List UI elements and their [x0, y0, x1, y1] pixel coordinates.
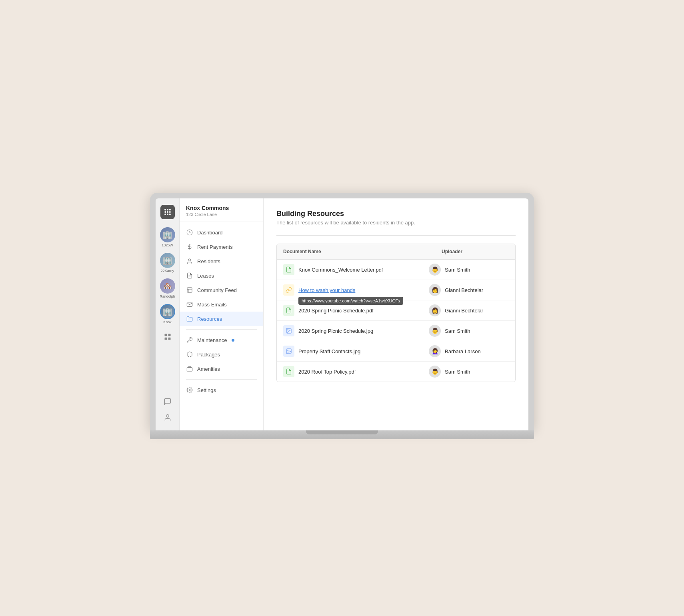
avatar-sam-1: 👨 [429, 264, 441, 276]
url-tooltip: https://www.youtube.com/watch?v=seA1wbXU… [298, 297, 403, 305]
building-label-randolph: Randolph [160, 294, 175, 298]
svg-rect-10 [168, 334, 170, 336]
building-item-22karey[interactable]: 22Karey [156, 251, 179, 274]
resources-table: Document Name Uploader Kn [276, 244, 516, 382]
file-green-icon-3 [283, 305, 294, 316]
doc-name-6: 2020 Roof Top Policy.pdf [298, 369, 356, 375]
svg-rect-18 [187, 288, 192, 292]
svg-point-2 [169, 209, 170, 210]
avatar-gianni-2: 👩 [429, 304, 441, 316]
nav-item-maintenance[interactable]: Maintenance [180, 333, 263, 347]
svg-point-0 [164, 209, 166, 210]
nav-divider-1 [186, 329, 257, 330]
table-header: Document Name Uploader [277, 244, 515, 260]
property-header: Knox Commons 123 Circle Lane [180, 198, 263, 222]
nav-item-rent-payments[interactable]: Rent Payments [180, 240, 263, 254]
uploader-name-6: Sam Smith [445, 369, 470, 375]
nav-item-mass-emails[interactable]: Mass Emails [180, 297, 263, 312]
svg-point-22 [189, 389, 190, 391]
svg-point-26 [288, 350, 288, 351]
user-profile-button[interactable] [161, 411, 174, 424]
nav-label-leases: Leases [197, 273, 214, 279]
building-item-knox[interactable]: Knox [156, 302, 179, 326]
pdf-icon [286, 266, 292, 273]
svg-point-3 [164, 211, 166, 213]
nav-item-resources[interactable]: Resources [180, 312, 263, 326]
grid-dots-icon [164, 208, 172, 216]
svg-point-4 [166, 211, 168, 213]
svg-point-15 [188, 259, 190, 261]
doc-cell-4: 2020 Spring Picnic Schedule.jpg [283, 325, 429, 336]
nav-divider-2 [186, 379, 257, 380]
building-label-22karey: 22Karey [161, 269, 174, 273]
image-icon-4 [286, 328, 292, 334]
table-row: 2020 Spring Picnic Schedule.jpg 👨 Sam Sm… [277, 321, 515, 341]
tooltip-container: How to wash your hands https://www.youtu… [298, 286, 355, 294]
nav-sidebar: Knox Commons 123 Circle Lane Dashboard [180, 198, 264, 430]
page-title: Building Resources [276, 210, 516, 218]
page-subtitle: The list of resources will be available … [276, 220, 516, 226]
image-blue-icon-4 [283, 325, 294, 336]
svg-rect-11 [164, 338, 167, 340]
doc-name-5: Property Staff Contacts.jpg [298, 348, 360, 354]
uploader-name-5: Barbara Larson [445, 348, 481, 354]
building-item-randolph[interactable]: Randolph [156, 277, 179, 300]
nav-item-settings[interactable]: Settings [180, 383, 263, 397]
nav-item-residents[interactable]: Residents [180, 254, 263, 268]
icon-sidebar: 1325W 22Karey Randolph Knox [156, 198, 180, 430]
svg-point-5 [169, 211, 170, 213]
table-row: 2020 Roof Top Policy.pdf 👨 Sam Smith [277, 362, 515, 382]
doc-cell-6: 2020 Roof Top Policy.pdf [283, 366, 429, 377]
laptop-container: 1325W 22Karey Randolph Knox [150, 193, 534, 439]
dashboard-icon [186, 229, 193, 236]
nav-item-dashboard[interactable]: Dashboard [180, 225, 263, 240]
avatar-sam-3: 👨 [429, 366, 441, 378]
resources-icon [186, 315, 193, 322]
link-icon [286, 287, 292, 293]
svg-rect-9 [164, 334, 167, 336]
link-yellow-icon [283, 284, 294, 296]
page-divider [276, 235, 516, 236]
svg-point-1 [166, 209, 168, 210]
nav-label-rent-payments: Rent Payments [197, 244, 233, 250]
nav-label-maintenance: Maintenance [197, 337, 227, 343]
nav-label-packages: Packages [197, 352, 220, 358]
screen: 1325W 22Karey Randolph Knox [156, 198, 528, 430]
uploader-cell-1: 👨 Sam Smith [429, 264, 509, 276]
doc-link-2[interactable]: How to wash your hands [298, 287, 355, 293]
table-row: Property Staff Contacts.jpg 👩‍🦱 Barbara … [277, 341, 515, 362]
uploader-cell-3: 👩 Gianni Bechtelar [429, 304, 509, 316]
image-blue-icon-5 [283, 346, 294, 357]
nav-menu: Dashboard Rent Payments [180, 222, 263, 430]
main-content: Building Resources The list of resources… [264, 198, 528, 430]
uploader-name-4: Sam Smith [445, 328, 470, 334]
nav-item-amenities[interactable]: Amenities [180, 362, 263, 376]
nav-item-packages[interactable]: Packages [180, 347, 263, 362]
nav-item-leases[interactable]: Leases [180, 268, 263, 283]
svg-point-8 [169, 214, 170, 215]
uploader-name-3: Gianni Bechtelar [445, 308, 483, 314]
building-label-knox: Knox [163, 320, 172, 324]
building-item-1325w[interactable]: 1325W [156, 226, 179, 249]
file-green-icon-6 [283, 366, 294, 377]
amenities-icon [186, 365, 193, 372]
col-header-doc-name: Document Name [277, 244, 435, 259]
all-buildings-grid-button[interactable] [160, 330, 175, 344]
nav-item-community-feed[interactable]: Community Feed [180, 283, 263, 297]
svg-point-7 [166, 214, 168, 215]
pdf-icon-6 [286, 368, 292, 375]
community-feed-icon [186, 286, 193, 294]
doc-name-3: 2020 Spring Picnic Schedule.pdf [298, 308, 374, 314]
chat-button[interactable] [161, 395, 174, 408]
chat-icon [164, 398, 172, 406]
avatar-sam-2: 👨 [429, 325, 441, 337]
leases-icon [186, 272, 193, 279]
svg-point-13 [166, 415, 169, 418]
nav-label-residents: Residents [197, 258, 220, 264]
col-header-uploader: Uploader [435, 244, 515, 259]
nav-label-amenities: Amenities [197, 366, 220, 372]
settings-icon [186, 386, 193, 394]
app-logo[interactable] [160, 205, 175, 219]
uploader-cell-2: 👩 Gianni Bechtelar [429, 284, 509, 296]
maintenance-icon [186, 336, 193, 344]
